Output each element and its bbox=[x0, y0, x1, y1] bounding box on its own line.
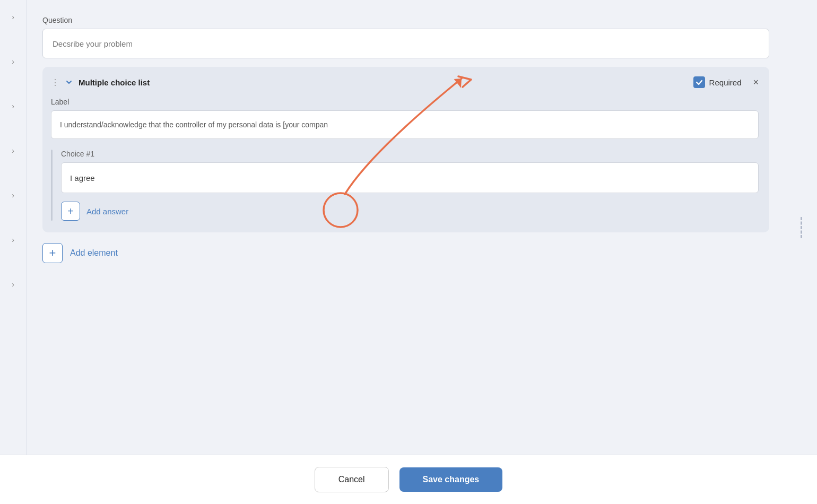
add-element-button[interactable]: + bbox=[42, 243, 63, 263]
choice-number-label: Choice #1 bbox=[61, 150, 759, 158]
label-field-label: Label bbox=[51, 98, 759, 106]
add-answer-button[interactable]: + bbox=[61, 202, 80, 221]
right-panel bbox=[785, 0, 817, 455]
sidebar-chevron-2[interactable]: › bbox=[7, 55, 19, 68]
required-section: Required bbox=[693, 76, 742, 88]
drag-handle-icon[interactable]: ⋮ bbox=[51, 77, 59, 88]
add-element-label[interactable]: Add element bbox=[70, 248, 118, 258]
save-changes-button[interactable]: Save changes bbox=[399, 467, 503, 492]
question-input[interactable] bbox=[42, 29, 769, 58]
footer: Cancel Save changes bbox=[0, 455, 817, 504]
add-answer-row: + Add answer bbox=[61, 202, 759, 221]
sidebar-chevron-6[interactable]: › bbox=[7, 233, 19, 246]
sidebar-chevron-7[interactable]: › bbox=[7, 278, 19, 291]
card-title: Multiple choice list bbox=[79, 78, 688, 87]
cancel-button[interactable]: Cancel bbox=[315, 467, 389, 492]
choice-card: ⋮ Multiple choice list Required × bbox=[42, 67, 769, 232]
add-answer-label[interactable]: Add answer bbox=[86, 207, 128, 216]
question-block: Question bbox=[42, 11, 769, 58]
choice-content: Choice #1 + Add answer bbox=[61, 150, 759, 221]
required-checkbox[interactable] bbox=[693, 76, 705, 88]
label-input[interactable] bbox=[51, 110, 759, 139]
question-label: Question bbox=[42, 16, 769, 24]
add-element-row: + Add element bbox=[42, 243, 769, 263]
card-header: ⋮ Multiple choice list Required × bbox=[51, 76, 759, 88]
sidebar: › › › › › › › bbox=[0, 0, 27, 455]
sidebar-chevron-1[interactable]: › bbox=[7, 11, 19, 23]
required-label: Required bbox=[709, 78, 742, 87]
choice-1-input[interactable] bbox=[61, 162, 759, 193]
sidebar-chevron-4[interactable]: › bbox=[7, 144, 19, 157]
choice-left-bar bbox=[51, 150, 53, 221]
dashed-line bbox=[801, 217, 802, 238]
collapse-button[interactable] bbox=[65, 78, 73, 86]
sidebar-chevron-5[interactable]: › bbox=[7, 189, 19, 202]
sidebar-chevron-3[interactable]: › bbox=[7, 100, 19, 112]
editor-area: Question ⋮ Mult bbox=[27, 0, 785, 455]
close-button[interactable]: × bbox=[753, 77, 759, 88]
choice-section: Choice #1 + Add answer bbox=[51, 150, 759, 221]
